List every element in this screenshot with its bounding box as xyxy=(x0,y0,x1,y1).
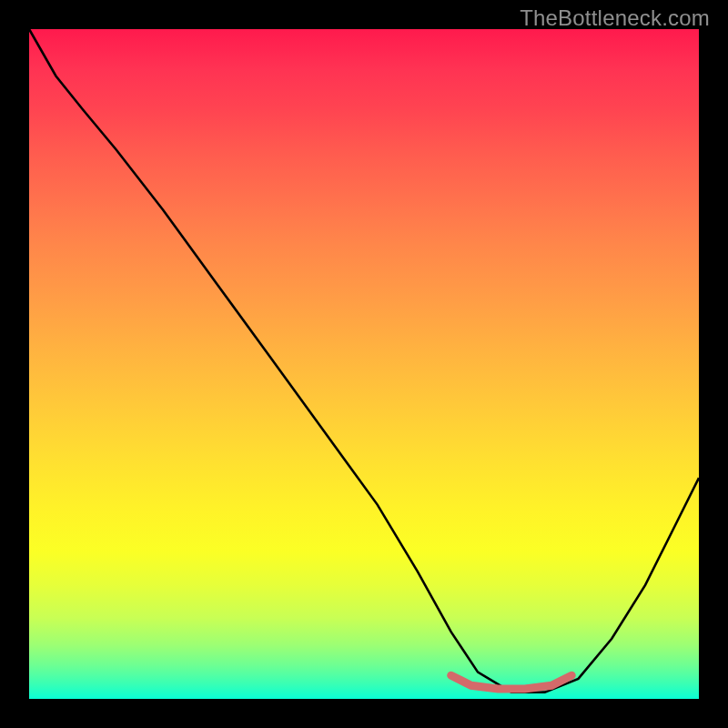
bottleneck-curve xyxy=(29,29,699,693)
chart-svg xyxy=(29,29,699,699)
watermark-text: TheBottleneck.com xyxy=(520,5,710,31)
chart-frame: TheBottleneck.com xyxy=(0,0,728,728)
optimal-zone-marker xyxy=(451,675,572,689)
